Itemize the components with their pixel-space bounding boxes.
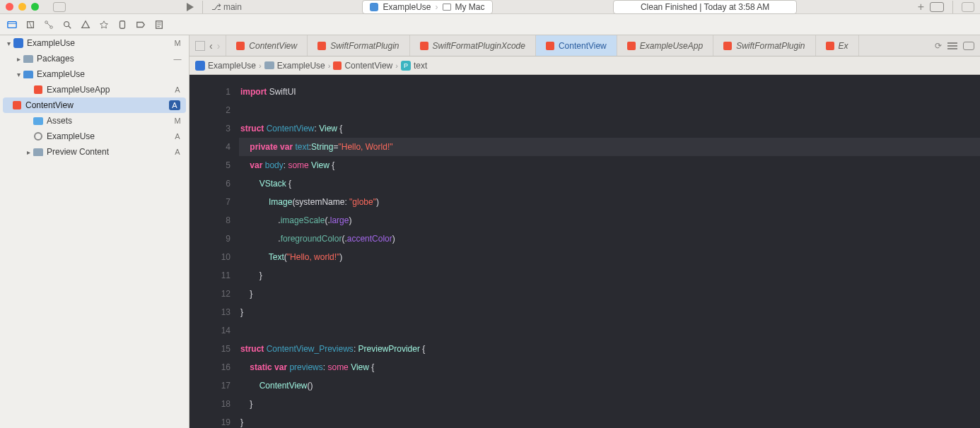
editor-tab[interactable]: Ex — [816, 35, 859, 56]
sidebar-item-exampleuse[interactable]: ▾ExampleUse — [0, 66, 189, 82]
line-number[interactable]: 17 — [189, 376, 231, 395]
fold-icon — [33, 148, 44, 156]
editor-tab[interactable]: SwiftFormatPlugin — [308, 35, 409, 56]
test-navigator-icon[interactable] — [98, 19, 110, 30]
sidebar-item-label: Packages — [37, 54, 172, 64]
line-number[interactable]: 9 — [189, 230, 231, 248]
code-line[interactable]: } — [239, 285, 980, 303]
scm-status-badge: — — [172, 54, 183, 63]
branch-indicator[interactable]: ⎇ main — [211, 2, 242, 12]
jump-bar[interactable]: ExampleUse›ExampleUse›ContentView›Ptext — [189, 57, 980, 75]
editor-tab[interactable]: SwiftFormatPlugin — [713, 35, 815, 56]
code-line[interactable]: } — [239, 413, 980, 428]
sidebar-item-contentview[interactable]: ContentViewA — [3, 97, 186, 113]
toggle-left-panel-icon[interactable] — [53, 2, 66, 12]
line-number[interactable]: 12 — [189, 285, 231, 303]
symbol-navigator-icon[interactable] — [42, 19, 55, 30]
find-navigator-icon[interactable] — [61, 19, 74, 30]
jumpbar-segment[interactable]: ExampleUse — [264, 61, 325, 71]
line-number[interactable]: 7 — [189, 193, 231, 211]
code-line[interactable]: VStack { — [239, 174, 980, 193]
line-number[interactable]: 5 — [189, 156, 231, 174]
editor-options-icon[interactable] — [947, 42, 957, 49]
code-line[interactable]: Image(systemName: "globe") — [239, 193, 980, 211]
line-number[interactable]: 15 — [189, 340, 231, 358]
code-line[interactable]: import SwiftUI — [239, 83, 980, 101]
line-number[interactable]: 16 — [189, 358, 231, 376]
add-editor-icon[interactable] — [963, 42, 974, 50]
svg-rect-5 — [120, 20, 125, 28]
code-line[interactable]: static var previews: some View { — [239, 358, 980, 376]
source-control-navigator-icon[interactable] — [24, 19, 37, 30]
source-text[interactable]: import SwiftUI struct ContentView: View … — [239, 75, 980, 428]
line-gutter[interactable]: 1234567891011121314151617181920 — [189, 75, 239, 428]
jumpbar-segment[interactable]: Ptext — [401, 61, 427, 71]
library-button[interactable] — [930, 2, 944, 12]
nav-back-button[interactable]: ‹ — [209, 40, 213, 52]
editor-tab[interactable]: ContentView — [536, 35, 617, 56]
zoom-window-button[interactable] — [31, 3, 39, 11]
disclosure-triangle[interactable]: ▾ — [14, 71, 23, 78]
disclosure-triangle[interactable]: ▸ — [14, 55, 23, 63]
add-button[interactable]: + — [918, 1, 924, 13]
jumpbar-segment[interactable]: ExampleUse — [195, 61, 256, 71]
report-navigator-icon[interactable] — [153, 19, 165, 30]
line-number[interactable]: 10 — [189, 248, 231, 266]
code-line[interactable] — [239, 321, 980, 340]
project-navigator[interactable]: ▾ExampleUseM▸Packages—▾ExampleUseExample… — [0, 35, 189, 428]
jumpbar-segment[interactable]: ContentView — [333, 61, 392, 71]
sidebar-item-exampleuse[interactable]: ExampleUseA — [0, 129, 189, 144]
line-number[interactable]: 3 — [189, 119, 231, 138]
disclosure-triangle[interactable]: ▾ — [4, 40, 13, 47]
code-line[interactable]: } — [239, 266, 980, 285]
scm-status-badge: A — [169, 100, 180, 110]
code-line[interactable] — [239, 101, 980, 119]
line-number[interactable]: 14 — [189, 321, 231, 340]
source-editor[interactable]: 1234567891011121314151617181920 import S… — [189, 75, 980, 428]
editor-tab[interactable]: ContentView — [226, 35, 308, 56]
related-items-icon[interactable] — [195, 41, 205, 51]
line-number[interactable]: 2 — [189, 101, 231, 119]
line-number[interactable]: 11 — [189, 266, 231, 285]
close-window-button[interactable] — [6, 3, 13, 11]
debug-navigator-icon[interactable] — [116, 19, 129, 30]
sidebar-item-exampleuseapp[interactable]: ExampleUseAppA — [0, 82, 189, 97]
line-number[interactable]: 19 — [189, 413, 231, 428]
code-line[interactable]: .imageScale(.large) — [239, 211, 980, 230]
issue-navigator-icon[interactable] — [79, 19, 92, 30]
code-line[interactable]: struct ContentView_Previews: PreviewProv… — [239, 340, 980, 358]
sidebar-item-exampleuse[interactable]: ▾ExampleUseM — [0, 35, 189, 51]
editor-tab[interactable]: ExampleUseApp — [617, 35, 713, 56]
code-line[interactable]: Text("Hello, world!") — [239, 248, 980, 266]
project-navigator-icon[interactable] — [6, 19, 18, 30]
sidebar-item-preview-content[interactable]: ▸Preview ContentA — [0, 144, 189, 160]
jumpbar-label: ExampleUse — [208, 61, 256, 71]
sidebar-item-packages[interactable]: ▸Packages— — [0, 51, 189, 66]
folder-icon — [264, 61, 274, 69]
line-number[interactable]: 13 — [189, 303, 231, 321]
toggle-right-panel-icon[interactable] — [962, 2, 974, 12]
swift-icon — [33, 85, 44, 94]
code-line[interactable]: ContentView() — [239, 376, 980, 395]
editor-tab[interactable]: SwiftFormatPluginXcode — [410, 35, 536, 56]
scheme-selector[interactable]: ExampleUse › My Mac — [362, 0, 492, 14]
line-number[interactable]: 18 — [189, 395, 231, 413]
nav-forward-button[interactable]: › — [217, 40, 221, 52]
refresh-icon[interactable]: ⟳ — [935, 41, 942, 51]
code-line[interactable]: } — [239, 303, 980, 321]
disclosure-triangle[interactable]: ▸ — [24, 148, 33, 156]
line-number[interactable]: 1 — [189, 83, 231, 101]
run-button[interactable] — [187, 3, 194, 11]
activity-status[interactable]: Clean Finished | Today at 3:58 AM — [613, 0, 797, 14]
code-line[interactable]: var body: some View { — [239, 156, 980, 174]
sidebar-item-assets[interactable]: AssetsM — [0, 113, 189, 129]
code-line[interactable]: private var text:String="Hello, World!" — [239, 138, 980, 156]
line-number[interactable]: 4 — [189, 138, 231, 156]
code-line[interactable]: } — [239, 395, 980, 413]
breakpoint-navigator-icon[interactable] — [134, 19, 147, 30]
line-number[interactable]: 6 — [189, 174, 231, 193]
line-number[interactable]: 8 — [189, 211, 231, 230]
code-line[interactable]: struct ContentView: View { — [239, 119, 980, 138]
minimize-window-button[interactable] — [18, 3, 26, 11]
code-line[interactable]: .foregroundColor(.accentColor) — [239, 230, 980, 248]
